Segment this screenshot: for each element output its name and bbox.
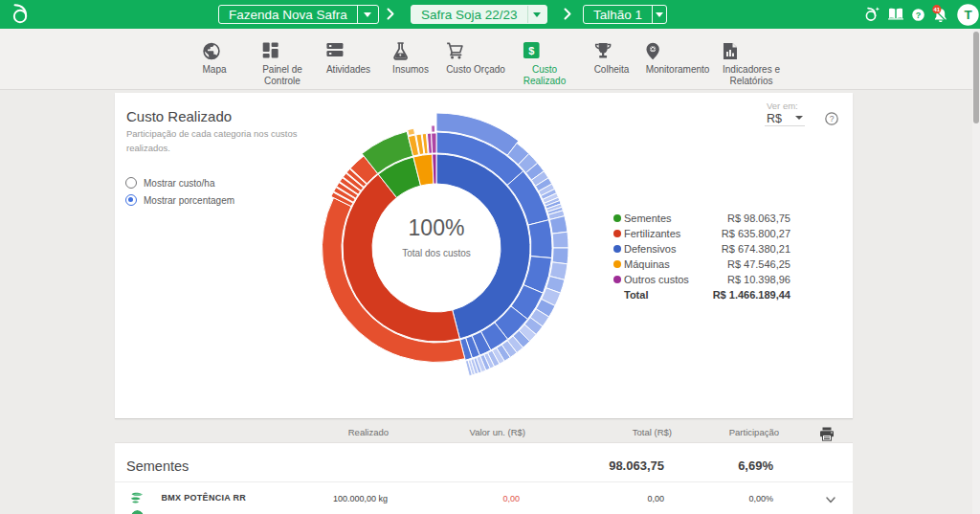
seedling-icon xyxy=(130,489,144,503)
legend-row[interactable]: SementesR$ 98.063,75 xyxy=(613,212,791,227)
nav-item-monitoramento[interactable]: Monitoramento xyxy=(646,42,710,76)
nav-item-label: Indicadores e Relatórios xyxy=(723,64,780,86)
legend-color-dot xyxy=(613,245,621,253)
chart-center-caption: Total dos custos xyxy=(402,248,471,258)
field-selector-label: Talhão 1 xyxy=(584,6,652,23)
radio-mostrar-porcentagem[interactable]: Mostrar porcentagem xyxy=(125,194,234,206)
svg-text:$: $ xyxy=(528,45,534,56)
aegro-logo-icon[interactable] xyxy=(11,3,30,26)
caret-down-icon xyxy=(656,12,663,17)
radio-label: Mostrar porcentagem xyxy=(144,195,234,206)
nav-item-insumos[interactable]: Insumos xyxy=(392,42,429,76)
currency-select-value: R$ xyxy=(767,112,782,125)
legend-color-dot xyxy=(613,214,621,222)
legend-label: Sementes xyxy=(624,212,672,224)
dashboard-icon xyxy=(262,42,302,60)
legend-row[interactable]: Outros custosR$ 10.398,96 xyxy=(613,273,791,288)
radio-mostrar-custo-ha[interactable]: Mostrar custo/ha xyxy=(125,177,214,189)
legend-value: R$ 98.063,75 xyxy=(727,212,791,224)
assistant-icon[interactable] xyxy=(863,6,880,23)
legend-row[interactable]: DefensivosR$ 674.380,21 xyxy=(613,242,791,257)
nav-item-custo-orcado[interactable]: Custo Orçado xyxy=(446,42,505,76)
table-row[interactable]: BMX POTÊNCIA RR 100.000,00 kg 0,00 0,00 … xyxy=(115,482,853,514)
farm-selector[interactable]: Fazenda Nova Safra xyxy=(218,5,379,24)
svg-text:?: ? xyxy=(830,114,835,123)
nav-item-label: Atividades xyxy=(326,64,370,76)
avatar-initial: T xyxy=(964,8,972,22)
field-selector-caret[interactable] xyxy=(652,6,666,23)
main-navigation: MapaPainel de ControleAtividadesInsumosC… xyxy=(0,29,980,90)
chart-help-icon[interactable]: ? xyxy=(825,112,838,125)
avatar[interactable]: T xyxy=(957,4,979,26)
breadcrumb-chevron-icon xyxy=(387,8,394,20)
cost-chart-card: Custo Realizado Participação de cada cat… xyxy=(115,93,853,418)
nav-item-mapa[interactable]: Mapa xyxy=(202,42,226,76)
chevron-down-icon[interactable] xyxy=(824,493,837,506)
nav-item-label: Colheita xyxy=(594,64,630,76)
farm-selector-label: Fazenda Nova Safra xyxy=(219,6,357,23)
group-share: 6,69% xyxy=(589,458,773,473)
notification-bell-icon[interactable]: 41 xyxy=(930,5,949,23)
top-bar: Fazenda Nova Safra Safra Soja 22/23 Talh… xyxy=(0,0,980,29)
season-selector-caret[interactable] xyxy=(527,6,546,23)
field-selector[interactable]: Talhão 1 xyxy=(583,5,667,24)
legend-label: Máquinas xyxy=(624,258,670,270)
pin-icon xyxy=(646,42,710,60)
cost-table-body: Sementes 98.063,75 6,69% BMX POTÊNCIA RR… xyxy=(115,442,853,514)
book-icon[interactable] xyxy=(888,8,903,20)
nav-item-colheita[interactable]: Colheita xyxy=(594,42,630,76)
legend-color-dot xyxy=(613,276,621,283)
nav-item-label: Insumos xyxy=(392,64,429,76)
print-icon[interactable] xyxy=(819,427,835,441)
globe-icon xyxy=(202,42,226,60)
legend-value: R$ 10.398,96 xyxy=(727,274,791,285)
legend-row[interactable]: FertilizantesR$ 635.800,27 xyxy=(613,227,791,242)
report-icon xyxy=(723,42,780,60)
nav-item-custo-realizado[interactable]: $Custo Realizado xyxy=(523,42,566,86)
legend-row[interactable]: MáquinasR$ 47.546,25 xyxy=(613,257,791,273)
breadcrumb-chevron-icon xyxy=(564,8,571,20)
cost-table-header: RealizadoValor un. (R$)Total (R$)Partici… xyxy=(115,418,853,442)
cart-icon xyxy=(446,42,505,60)
nav-item-label: Mapa xyxy=(202,64,226,76)
legend-total-label: Total xyxy=(624,289,648,301)
sunburst-segment[interactable] xyxy=(408,128,415,135)
sunburst-segment[interactable] xyxy=(549,216,568,235)
nav-item-indicadores[interactable]: Indicadores e Relatórios xyxy=(723,42,780,86)
legend-value: R$ 674.380,21 xyxy=(722,243,791,255)
currency-select[interactable]: R$ xyxy=(765,110,805,126)
sunburst-segment[interactable] xyxy=(432,133,436,153)
legend-color-dot xyxy=(613,230,621,237)
sunburst-segment[interactable] xyxy=(432,125,435,132)
trophy-icon xyxy=(594,42,630,60)
legend-value: R$ 47.546,25 xyxy=(727,258,791,270)
dollar-icon: $ xyxy=(523,42,566,60)
scrollbar-thumb[interactable] xyxy=(973,32,979,123)
nav-item-painel[interactable]: Painel de Controle xyxy=(262,42,302,86)
caret-down-icon xyxy=(795,116,803,120)
flask-icon xyxy=(392,42,429,60)
legend-total-row: TotalR$ 1.466.189,44 xyxy=(613,288,791,303)
nav-item-atividades[interactable]: Atividades xyxy=(326,42,370,76)
table-group-row[interactable]: Sementes 98.063,75 6,69% xyxy=(115,443,853,482)
svg-text:?: ? xyxy=(916,11,922,20)
radio-circle-icon xyxy=(125,194,137,206)
list-icon xyxy=(326,42,370,60)
help-icon[interactable]: ? xyxy=(912,9,924,21)
nav-item-label: Painel de Controle xyxy=(262,64,302,86)
cost-sunburst-chart[interactable]: 100% Total dos custos xyxy=(282,94,590,402)
sunburst-segment[interactable] xyxy=(552,232,568,248)
season-selector-label: Safra Soja 22/23 xyxy=(412,6,527,23)
legend-label: Fertilizantes xyxy=(624,228,680,239)
sunburst-segment[interactable] xyxy=(528,220,552,258)
page-scrollbar[interactable] xyxy=(972,29,980,514)
season-selector[interactable]: Safra Soja 22/23 xyxy=(411,5,547,24)
farm-selector-caret[interactable] xyxy=(357,6,378,23)
legend-total-value: R$ 1.466.189,44 xyxy=(713,289,791,301)
sunburst-segment[interactable] xyxy=(552,248,568,264)
legend-label: Defensivos xyxy=(624,243,676,255)
page-title: Custo Realizado xyxy=(126,108,232,124)
chart-center-value: 100% xyxy=(409,215,465,240)
group-name: Sementes xyxy=(126,458,189,474)
legend-color-dot xyxy=(613,260,621,268)
